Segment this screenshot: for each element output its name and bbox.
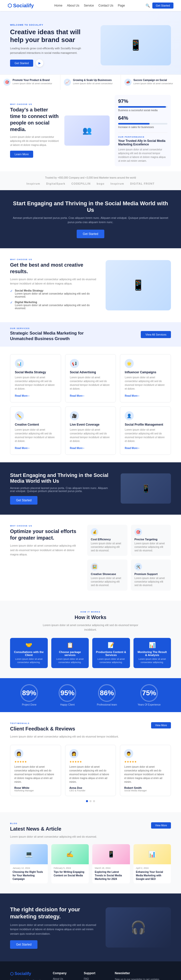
service-card-desc-1: Lorem ipsum dolor sit amet consectetur a… — [70, 375, 111, 391]
how-step-icon-0: 🤝 — [13, 642, 45, 649]
results-list: ✓ Social Media Strategy Lorem ipsum dolo… — [10, 289, 98, 310]
cta1-button[interactable]: Get Started — [77, 230, 104, 238]
nav-page[interactable]: Page — [118, 4, 125, 7]
service-card-link-2[interactable]: Read More › — [125, 395, 139, 397]
services-btn[interactable]: View All Services — [141, 331, 171, 338]
service-icon-4: 🎥 — [70, 411, 79, 420]
testimonial-cards: 👩 ★★★★★ Lorem ipsum dolor sit amet conse… — [10, 745, 171, 796]
subscribe-desc: Sign up to our newsletter to get updates… — [115, 977, 171, 980]
service-card-link-3[interactable]: Read More › — [15, 447, 29, 450]
results-desc: Lorem ipsum dolor sit amet consectetur a… — [10, 277, 98, 286]
carousel-dots — [10, 800, 171, 802]
dot-2[interactable] — [93, 800, 95, 802]
hero-tag: Welcome To Socialify — [10, 24, 90, 26]
logo-icon: ⬡ — [8, 3, 12, 8]
avatar-1: 👩 — [69, 749, 78, 758]
services-banner-text: Our Services Strategic Social Media Mark… — [10, 327, 90, 342]
feature-icon-2: 📣 — [124, 79, 132, 86]
results-illustration: 📱 — [106, 260, 171, 310]
footer-logo[interactable]: ⬡ Socialify — [10, 972, 45, 976]
blog-img-3: 📊 — [133, 844, 171, 864]
blog-img-1: ✍️ — [51, 844, 89, 864]
blog-card-2[interactable]: 📱 March 18, 2024 Exploring the Latest Tr… — [92, 844, 130, 883]
blog-card-0[interactable]: 💻 January 12, 2024 Choosing the Right To… — [10, 844, 48, 883]
how-it-works-section: How It Works How it Works Lorem ipsum do… — [0, 601, 181, 678]
service-card-link-1[interactable]: Read More › — [70, 395, 84, 397]
footer-logo-icon: ⬡ — [10, 972, 14, 976]
stats-bar: 89% Project Done 95% Happy Client 86% Pr… — [0, 678, 181, 712]
proof-btn[interactable]: Learn More — [10, 151, 33, 158]
stat-pct-2: 64% — [118, 115, 167, 121]
how-label: How It Works — [10, 611, 171, 613]
blog-btn[interactable]: View More — [151, 822, 171, 829]
why-card-title-0: Cost Efficiency — [91, 538, 124, 541]
service-card-link-5[interactable]: Read More › — [125, 447, 139, 450]
bar-fill-1 — [118, 106, 166, 108]
blog-post-title-3: Enhancing Your Social Media Marketing wi… — [136, 870, 169, 881]
feature-item-0: 🎯 Promote Your Product & Brand Lorem ips… — [0, 75, 60, 90]
play-button[interactable]: ▶ — [36, 59, 43, 67]
why-card-2: 🖼️ Creative Showcase Lorem ipsum dolor s… — [87, 559, 127, 590]
result-item-desc-0: Lorem ipsum dolor sit amet consectetur a… — [15, 292, 98, 298]
dot-1[interactable] — [89, 800, 92, 802]
blog-card-3[interactable]: 📊 April 2, 2024 Enhancing Your Social Me… — [133, 844, 171, 883]
review-text-0: Lorem ipsum dolor sit amet consectetur a… — [14, 765, 57, 784]
why-card-0: 💰 Cost Efficiency Lorem ipsum dolor sit … — [87, 525, 127, 556]
how-step-desc-1: Lorem ipsum dolor sit amet consectetur a… — [54, 657, 86, 664]
service-card-3: ✏️ Creative Content Lorem ipsum dolor si… — [10, 406, 61, 455]
service-icon-5: 👤 — [125, 411, 134, 420]
stat-bar-2: 64% Increase in sales for businesses — [118, 115, 167, 129]
nav-home[interactable]: Home — [54, 4, 62, 7]
nav-contact[interactable]: Contact Us — [98, 4, 113, 7]
right-desc: Lorem ipsum dolor sit amet consectetur a… — [118, 148, 167, 163]
cta2-illustration: 📱 — [121, 473, 171, 504]
how-desc: Lorem ipsum dolor sit amet consectetur a… — [40, 623, 141, 632]
testimonials-section: Testimonials Client Feedback & Reviews L… — [0, 712, 181, 813]
nav-about[interactable]: About Us — [67, 4, 79, 7]
logo[interactable]: ⬡ Socialify — [8, 3, 34, 8]
cta2-button[interactable]: Get Started — [10, 496, 38, 504]
right-tag: Our Performance — [118, 136, 167, 138]
stat-label-2: Increase in sales for businesses — [118, 126, 154, 129]
testimonials-btn[interactable]: View More — [151, 722, 171, 729]
hero-title: Creative ideas that will help your brand… — [10, 28, 90, 44]
service-card-desc-5: Lorem ipsum dolor sit amet consectetur a… — [125, 428, 166, 443]
proof-title: Today's a better time to connect with pe… — [10, 107, 59, 132]
blog-post-title-0: Choosing the Right Tools for Your Market… — [13, 870, 45, 881]
final-cta-button[interactable]: Get Started — [10, 940, 38, 949]
service-card-link-4[interactable]: Read More › — [70, 447, 84, 450]
bar-track-2 — [118, 123, 167, 124]
blog-cards: 💻 January 12, 2024 Choosing the Right To… — [10, 844, 171, 883]
service-card-desc-3: Lorem ipsum dolor sit amet consectetur a… — [15, 428, 56, 443]
trusted-section: Trusted by +650,000 Company and +3,000 b… — [0, 171, 181, 190]
bar-track-1 — [118, 106, 167, 108]
blog-card-1[interactable]: ✍️ February 5, 2024 Tips for Writing Eng… — [51, 844, 89, 883]
service-cards: 📊 Social Media Strategy Lorem ipsum dolo… — [0, 347, 181, 462]
footer-col-1: Support FAQ Privacy Policy Terms of Serv… — [84, 972, 107, 980]
blog-post-title-1: Tips for Writing Engaging Content on Soc… — [54, 870, 86, 877]
why-card-title-3: Premium Support — [135, 573, 167, 576]
feature-text-1: Growing & Scale Up Businesses Lorem ipsu… — [73, 79, 113, 85]
reviewer-name-0: Rose White — [14, 786, 57, 789]
how-step-desc-0: Lorem ipsum dolor sit amet consectetur a… — [13, 657, 45, 664]
nav-cta-button[interactable]: Get Started — [152, 3, 173, 8]
cta2-desc: Aenean pretium placerat laoreet purus po… — [10, 487, 113, 493]
nav-service[interactable]: Service — [84, 4, 94, 7]
search-icon[interactable]: 🔍 — [146, 3, 150, 8]
cta-dark-1: Start Engaging and Thriving in the Socia… — [0, 190, 181, 248]
footer-link-10[interactable]: FAQ — [84, 977, 107, 980]
trust-logo-3: bogo — [97, 182, 105, 185]
blog-content-1: February 5, 2024 Tips for Writing Engagi… — [51, 864, 89, 880]
dot-0[interactable] — [86, 800, 88, 802]
check-icon-1: ✓ — [10, 301, 13, 304]
why-card-title-2: Creative Showcase — [91, 573, 124, 576]
feature-title-2: Succes Campaign on Social — [133, 79, 173, 81]
proof-label: Why Choose Us — [10, 103, 59, 105]
stat-circle-3: 75% — [140, 684, 158, 702]
cta2-title: Start Engaging and Thriving in the Socia… — [10, 473, 113, 484]
reviewer-name-1: Anna Doe — [69, 786, 112, 789]
feature-title-0: Promote Your Product & Brand — [13, 79, 52, 81]
hero-cta-button[interactable]: Get Started — [10, 60, 33, 67]
footer-link-00[interactable]: About Us — [53, 977, 76, 980]
service-card-link-0[interactable]: Read More › — [15, 395, 29, 397]
